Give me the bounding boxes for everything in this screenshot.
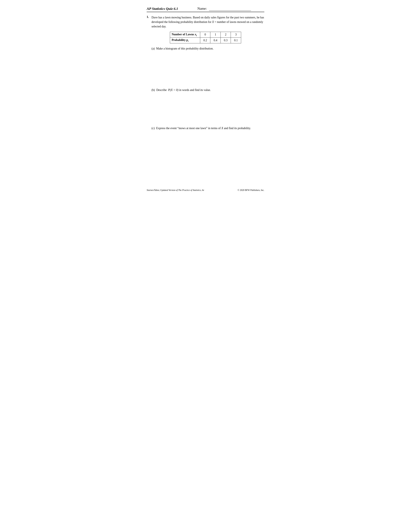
footer-citation: Starnes/Tabor, Updated Version of The Pr… bbox=[147, 189, 204, 191]
table-prob-val-1: 0.4 bbox=[210, 38, 221, 43]
question-intro: 1. Dave has a lawn mowing business. Base… bbox=[147, 15, 264, 29]
table-prob-val-3: 0.1 bbox=[231, 38, 241, 43]
footer-copyright: © 2020 BFW Publishers, Inc. bbox=[238, 189, 264, 191]
name-field: Name: bbox=[178, 6, 264, 11]
quiz-title: AP Statistics Quiz 6.1 bbox=[147, 7, 178, 11]
question-1: 1. Dave has a lawn mowing business. Base… bbox=[147, 15, 264, 179]
part-b-answer-space bbox=[151, 93, 264, 125]
part-a-label: (a) Make a histogram of this probability… bbox=[151, 47, 264, 50]
part-b-math: P(X > 0) bbox=[168, 88, 178, 92]
question-text: Dave has a lawn mowing business. Based o… bbox=[151, 15, 264, 29]
table-prob-val-0: 0.2 bbox=[200, 38, 210, 43]
question-number: 1. bbox=[147, 15, 151, 29]
table-row-probability: Probability pi 0.2 0.4 0.3 0.1 bbox=[170, 38, 241, 43]
page-header: AP Statistics Quiz 6.1 Name: bbox=[147, 6, 264, 12]
table-col5-header: 3 bbox=[231, 32, 241, 38]
probability-table: Number of Lawns xi 0 1 2 3 Probability p… bbox=[170, 32, 241, 43]
part-a: (a) Make a histogram of this probability… bbox=[151, 47, 264, 87]
part-a-answer-space bbox=[151, 51, 264, 87]
part-b: (b) Describe P(X > 0) in words and find … bbox=[151, 88, 264, 125]
part-c-answer-space bbox=[151, 131, 264, 179]
table-col3-header: 1 bbox=[210, 32, 221, 38]
probability-table-wrapper: Number of Lawns xi 0 1 2 3 Probability p… bbox=[147, 32, 264, 43]
part-c: (c) Express the event “mows at most one … bbox=[151, 127, 264, 179]
table-prob-label: Probability pi bbox=[170, 38, 200, 43]
part-c-x: X bbox=[221, 127, 223, 130]
part-c-label: (c) Express the event “mows at most one … bbox=[151, 127, 264, 130]
table-row-header: Number of Lawns xi 0 1 2 3 bbox=[170, 32, 241, 38]
name-line bbox=[209, 6, 251, 11]
name-label: Name: bbox=[197, 6, 207, 10]
page-footer: Starnes/Tabor, Updated Version of The Pr… bbox=[147, 189, 264, 191]
table-col1-header: Number of Lawns xi bbox=[170, 32, 200, 38]
table-prob-val-2: 0.3 bbox=[221, 38, 231, 43]
table-col2-header: 0 bbox=[200, 32, 210, 38]
table-col4-header: 2 bbox=[221, 32, 231, 38]
part-b-label: (b) Describe P(X > 0) in words and find … bbox=[151, 88, 264, 92]
